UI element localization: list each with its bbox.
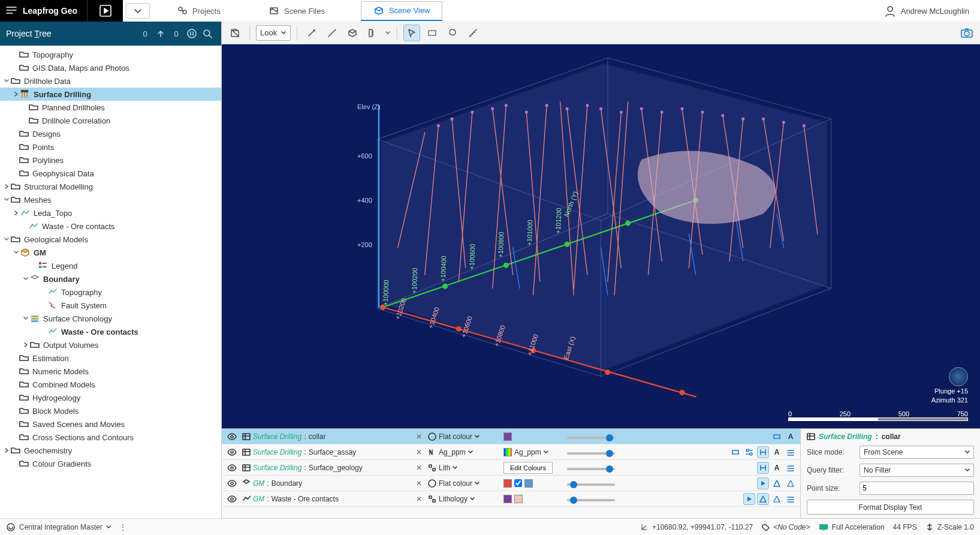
scene-row-collar[interactable]: Surface Drilling: collar ✕ Flat colour A: [222, 429, 800, 444]
tree-item-cross-sections[interactable]: Cross Sections and Contours: [0, 431, 221, 444]
colour-swatch[interactable]: [514, 495, 523, 503]
point-size-input[interactable]: [860, 482, 974, 495]
chevron-right-icon[interactable]: [12, 91, 20, 97]
gradient-swatch[interactable]: [503, 448, 512, 456]
central-status[interactable]: Central Integration Master: [6, 522, 111, 532]
filter-icon[interactable]: [743, 446, 755, 458]
two-sided-checkbox[interactable]: [514, 479, 522, 487]
chevron-down-icon[interactable]: [12, 250, 20, 256]
tree-item-structural[interactable]: Structural Modelling: [0, 180, 221, 193]
measure-tool-icon[interactable]: [465, 25, 481, 41]
chevron-down-icon[interactable]: [22, 315, 30, 321]
user-box[interactable]: Andrew McLoughlin: [873, 0, 980, 22]
search-icon[interactable]: [200, 26, 215, 41]
tree-item-topography[interactable]: Topography: [0, 48, 221, 61]
tree-item-combined-models[interactable]: Combined Models: [0, 378, 221, 391]
select-tool-icon[interactable]: [403, 25, 420, 41]
scene-row-surface-assay[interactable]: Surface Drilling: Surface_assay ✕ Ag_ppm…: [222, 444, 800, 460]
scene-viewport[interactable]: Elev (Z) +600 +400 +200 East (X) +10200 …: [222, 44, 980, 428]
look-dropdown[interactable]: Look: [256, 25, 291, 41]
tree-item-legend[interactable]: Legend: [0, 259, 221, 272]
visibility-icon[interactable]: [225, 448, 239, 456]
colour-swatch[interactable]: [524, 479, 533, 488]
query-filter-select[interactable]: No Filter: [860, 464, 974, 477]
chevron-down-icon[interactable]: [475, 481, 480, 486]
chevron-down-icon[interactable]: [2, 197, 11, 203]
lasso-select-icon[interactable]: [444, 25, 461, 41]
remove-icon[interactable]: ✕: [414, 464, 424, 472]
opacity-slider[interactable]: [567, 468, 615, 470]
chevron-down-icon[interactable]: [385, 31, 391, 35]
up-arrow-icon[interactable]: [153, 26, 168, 41]
tree-item-boundary[interactable]: Boundary: [0, 272, 221, 285]
chevron-down-icon[interactable]: [453, 465, 457, 470]
tree-item-geophysical[interactable]: Geophysical Data: [0, 167, 221, 180]
tree-item-waste-ore-chron[interactable]: Waste - Ore contacts: [0, 325, 221, 338]
chevron-down-icon[interactable]: [2, 78, 11, 84]
pause-icon[interactable]: [184, 26, 200, 41]
remove-icon[interactable]: ✕: [414, 479, 424, 488]
chevron-right-icon[interactable]: [2, 184, 11, 190]
compass-icon[interactable]: [949, 367, 968, 386]
tree-item-geological-models[interactable]: Geological Models: [0, 233, 221, 246]
wireframe-icon[interactable]: [771, 477, 783, 489]
opacity-slider[interactable]: [567, 499, 615, 501]
tree-item-meshes[interactable]: Meshes: [0, 193, 221, 206]
tree-item-surface-drilling[interactable]: Surface Drilling: [0, 88, 221, 101]
tree-item-surface-chronology[interactable]: Surface Chronology: [0, 312, 221, 325]
wireframe-icon[interactable]: [757, 493, 769, 505]
tree-item-geochemistry[interactable]: Geochemistry: [0, 444, 221, 457]
visibility-icon[interactable]: [225, 495, 239, 503]
opacity-slider[interactable]: [567, 483, 615, 486]
scene-row-gm-waste-ore[interactable]: GM: Waste - Ore contacts ✕ Lithology: [222, 491, 800, 507]
slice-mode-select[interactable]: From Scene: [860, 446, 974, 459]
zscale-control[interactable]: Z-Scale 1.0: [925, 523, 974, 531]
screenshot-icon[interactable]: [958, 25, 975, 41]
draw-ruler-icon[interactable]: [364, 25, 381, 41]
outline-icon[interactable]: [771, 493, 783, 505]
tree-item-numeric-models[interactable]: Numeric Models: [0, 365, 221, 378]
project-tree[interactable]: Topography GIS Data, Maps and Photos Dri…: [0, 46, 221, 518]
hamburger-icon[interactable]: [6, 6, 17, 16]
remove-icon[interactable]: ✕: [414, 432, 424, 441]
chevron-down-icon[interactable]: [470, 497, 475, 501]
format-display-text-button[interactable]: Format Display Text: [807, 500, 974, 515]
tree-item-estimation[interactable]: Estimation: [0, 351, 221, 365]
chevron-down-icon[interactable]: [475, 434, 480, 439]
visibility-icon[interactable]: [225, 432, 239, 441]
label-icon[interactable]: A: [771, 446, 783, 458]
label-icon[interactable]: A: [771, 462, 783, 474]
opacity-slider[interactable]: [567, 437, 615, 439]
tree-item-fault-system[interactable]: Fault System: [0, 299, 221, 312]
chevron-right-icon[interactable]: [22, 342, 30, 348]
mode-icon[interactable]: [771, 431, 783, 443]
outline-icon[interactable]: [785, 477, 797, 489]
chevron-right-icon[interactable]: [12, 210, 20, 216]
tab-scene-files[interactable]: Scene Files: [257, 2, 337, 20]
tree-item-leda-topo[interactable]: Leda_Topo: [0, 206, 221, 220]
tree-item-colour-gradients[interactable]: Colour Gradients: [0, 457, 221, 470]
tree-item-planned-drillholes[interactable]: Planned Drillholes: [0, 101, 221, 114]
play-icon[interactable]: [743, 493, 755, 505]
scene-list[interactable]: Surface Drilling: collar ✕ Flat colour A…: [222, 429, 800, 518]
mode-icon[interactable]: [729, 446, 741, 458]
title-dropdown[interactable]: [126, 3, 150, 19]
legend-icon[interactable]: [785, 462, 797, 474]
opacity-slider[interactable]: [567, 452, 615, 455]
tree-item-polylines[interactable]: Polylines: [0, 154, 221, 167]
more-icon[interactable]: ⋮: [119, 523, 126, 531]
scene-row-surface-geology[interactable]: Surface Drilling: Surface_geology ✕ Lith…: [222, 460, 800, 476]
tab-scene-view[interactable]: Scene View: [361, 1, 442, 21]
draw-line-icon[interactable]: [324, 25, 340, 41]
chevron-down-icon[interactable]: [22, 276, 30, 282]
visibility-icon[interactable]: [225, 464, 239, 472]
tree-item-gm[interactable]: GM: [0, 246, 221, 259]
chevron-right-icon[interactable]: [2, 447, 11, 453]
interval-icon[interactable]: [757, 446, 769, 458]
colour-swatch[interactable]: [503, 495, 512, 503]
tree-item-drillhole-data[interactable]: Drillhole Data: [0, 74, 221, 88]
tree-item-block-models[interactable]: Block Models: [0, 404, 221, 417]
tree-item-output-volumes[interactable]: Output Volumes: [0, 338, 221, 351]
legend-icon[interactable]: [785, 493, 797, 505]
interval-icon[interactable]: [757, 462, 769, 474]
